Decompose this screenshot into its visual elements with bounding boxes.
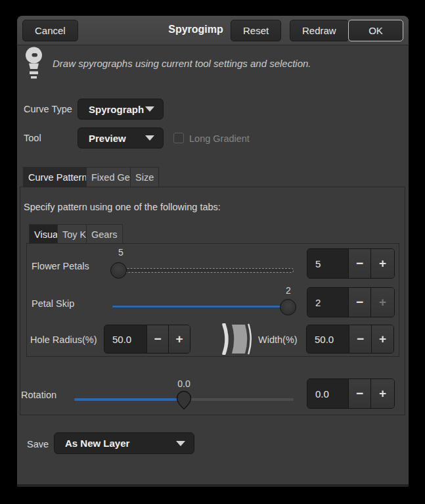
ok-button[interactable]: OK bbox=[348, 20, 403, 41]
tab-size[interactable]: Size bbox=[130, 167, 159, 187]
flower-petals-slider-value: 5 bbox=[114, 247, 128, 258]
petal-skip-minus-button[interactable]: − bbox=[348, 288, 371, 317]
save-value: As New Layer bbox=[55, 438, 176, 449]
dialog-description: Draw spyrographs using current tool sett… bbox=[53, 58, 311, 69]
hole-radius-input[interactable]: 50.0 bbox=[104, 325, 146, 353]
spyrogimp-dialog: Cancel Spyrogimp Reset Redraw OK Draw sp… bbox=[17, 16, 409, 487]
width-minus-button[interactable]: − bbox=[349, 325, 371, 353]
flower-petals-slider-handle[interactable] bbox=[110, 262, 127, 279]
long-gradient-label: Long Gradient bbox=[189, 133, 250, 145]
redraw-button[interactable]: Redraw bbox=[290, 20, 349, 41]
flower-petals-plus-button[interactable]: + bbox=[370, 249, 394, 278]
petal-skip-slider-handle[interactable] bbox=[280, 299, 296, 315]
petal-skip-spinner: 2 − + bbox=[307, 287, 395, 317]
tool-dropdown[interactable]: Preview bbox=[78, 127, 164, 149]
width-spinner: 50.0 − + bbox=[306, 325, 394, 354]
petal-skip-input[interactable]: 2 bbox=[307, 288, 348, 317]
petal-skip-slider-track[interactable] bbox=[112, 305, 294, 308]
hole-radius-minus-button[interactable]: − bbox=[146, 325, 168, 353]
rotation-slider-handle[interactable] bbox=[176, 390, 192, 413]
hole-radius-spinner: 50.0 − + bbox=[104, 325, 190, 354]
rotation-label: Rotation bbox=[21, 389, 56, 401]
flower-petals-spinner: 5 − + bbox=[307, 248, 395, 279]
chevron-down-icon bbox=[145, 135, 154, 141]
tool-label: Tool bbox=[24, 132, 41, 144]
tool-value: Preview bbox=[78, 133, 145, 144]
rotation-spinner: 0.0 − + bbox=[307, 378, 395, 409]
header-bar: Cancel Spyrogimp Reset Redraw OK bbox=[17, 16, 409, 45]
pattern-instruction: Specify pattern using one of the followi… bbox=[24, 202, 221, 212]
cancel-button[interactable]: Cancel bbox=[22, 20, 78, 41]
curve-type-value: Spyrograph bbox=[78, 104, 145, 115]
rotation-input[interactable]: 0.0 bbox=[307, 379, 348, 408]
rotation-minus-button[interactable]: − bbox=[348, 379, 371, 408]
chevron-down-icon bbox=[145, 106, 154, 112]
petal-skip-label: Petal Skip bbox=[32, 298, 74, 309]
rotation-slider-value: 0.0 bbox=[173, 378, 195, 389]
width-label: Width(%) bbox=[258, 334, 298, 346]
flower-petals-label: Flower Petals bbox=[32, 260, 89, 272]
rotation-plus-button[interactable]: + bbox=[370, 379, 394, 408]
save-dropdown[interactable]: As New Layer bbox=[54, 432, 194, 454]
tab-gears[interactable]: Gears bbox=[86, 224, 123, 244]
lightbulb-icon bbox=[24, 46, 44, 82]
flower-petals-input[interactable]: 5 bbox=[307, 249, 348, 278]
curve-type-dropdown[interactable]: Spyrograph bbox=[78, 99, 164, 120]
flower-petals-minus-button[interactable]: − bbox=[348, 249, 371, 278]
save-label: Save bbox=[27, 438, 49, 450]
petal-skip-plus-button[interactable]: + bbox=[370, 288, 394, 317]
chevron-down-icon bbox=[176, 441, 185, 446]
flower-petals-slider-track[interactable] bbox=[112, 268, 294, 273]
petal-skip-slider-value: 2 bbox=[281, 285, 296, 296]
petal-width-icon bbox=[219, 323, 253, 357]
width-plus-button[interactable]: + bbox=[371, 325, 393, 353]
curve-type-label: Curve Type bbox=[24, 103, 72, 115]
width-input[interactable]: 50.0 bbox=[307, 325, 349, 353]
hole-radius-plus-button[interactable]: + bbox=[168, 325, 190, 353]
tab-curve-pattern[interactable]: Curve Pattern bbox=[23, 167, 92, 187]
hole-radius-label: Hole Radius(%) bbox=[30, 334, 97, 346]
long-gradient-checkbox[interactable] bbox=[173, 133, 184, 143]
rotation-slider-fill bbox=[74, 398, 184, 401]
reset-button[interactable]: Reset bbox=[231, 20, 281, 41]
